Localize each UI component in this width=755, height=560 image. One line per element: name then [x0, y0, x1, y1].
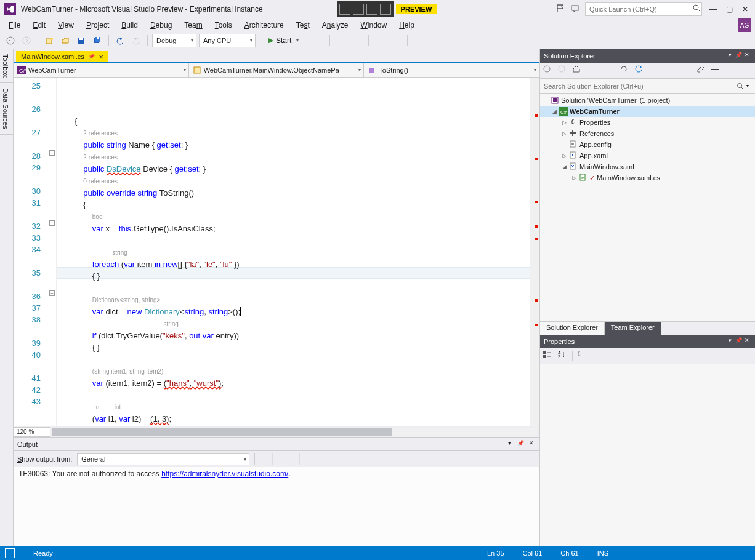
wrench-icon[interactable] [575, 350, 587, 362]
lvt-icon[interactable] [353, 4, 364, 15]
se-back-icon[interactable] [543, 65, 555, 77]
tree-project-node[interactable]: ◢ C# WebCamTurner [540, 106, 755, 117]
solution-explorer-tree[interactable]: Solution 'WebCamTurner' (1 project) ◢ C#… [540, 94, 755, 321]
panel-close-icon[interactable]: ✕ [743, 337, 751, 346]
tb-icon[interactable] [412, 34, 426, 47]
code-text[interactable]: { 2 references public string Name { get;… [57, 78, 530, 426]
lvt-icon[interactable] [339, 4, 350, 15]
solution-config-dropdown[interactable]: Debug [152, 34, 196, 47]
menu-file[interactable]: File [4, 20, 25, 31]
panel-pin-icon[interactable]: 📌 [734, 337, 743, 346]
lvt-icon[interactable] [380, 4, 391, 15]
panel-dropdown-icon[interactable]: ▾ [725, 337, 734, 346]
undo-button[interactable] [113, 34, 127, 47]
user-avatar[interactable]: AG [738, 18, 751, 32]
nav-namespace-dropdown[interactable]: C# WebCamTurner [14, 63, 189, 77]
tree-item[interactable]: ▷Properties [540, 117, 755, 128]
se-tb-icon[interactable] [587, 65, 599, 77]
start-debug-button[interactable]: ▶Start▾ [265, 34, 302, 47]
new-project-button[interactable] [42, 34, 56, 47]
se-tb-icon[interactable] [649, 65, 661, 77]
close-button[interactable]: ✕ [739, 3, 751, 15]
code-editor[interactable]: 25 26 27 28 29 30 31 32 33 34 35 36 37 3… [14, 78, 539, 426]
tree-item[interactable]: ▷References [540, 128, 755, 139]
save-button[interactable] [75, 34, 88, 47]
menu-view[interactable]: View [53, 20, 79, 31]
tree-item[interactable]: App.config [540, 139, 755, 150]
panel-close-icon[interactable]: ✕ [743, 52, 751, 60]
chevron-down-icon[interactable]: ▾ [746, 79, 755, 93]
output-link[interactable]: https://admiralsnyder.visualstudio.com/ [161, 470, 288, 478]
se-refresh-icon[interactable] [634, 65, 647, 77]
menu-edit[interactable]: Edit [28, 20, 50, 31]
notifications-flag-icon[interactable] [555, 4, 567, 15]
output-source-dropdown[interactable]: General [77, 453, 249, 465]
panel-pin-icon[interactable]: 📌 [516, 440, 525, 449]
step-icon[interactable] [312, 34, 325, 47]
live-visual-tree-toolbar[interactable] [337, 1, 394, 17]
tree-item[interactable]: ▷c#✓MainWindow.xaml.cs [540, 172, 755, 183]
se-tb-icon[interactable] [664, 65, 676, 77]
quick-launch-input[interactable] [585, 2, 702, 16]
tb-icon[interactable] [460, 34, 474, 47]
menu-analyze[interactable]: Analyze [317, 20, 353, 31]
se-tb-icon[interactable] [605, 65, 617, 77]
se-tb-icon[interactable]: — [711, 65, 724, 77]
feedback-icon[interactable] [570, 4, 581, 15]
menu-project[interactable]: Project [81, 20, 114, 31]
zoom-dropdown[interactable]: 120 % [14, 427, 50, 437]
document-tab[interactable]: MainWindow.xaml.cs 📌 ✕ [16, 51, 108, 62]
output-tb-icon[interactable] [259, 453, 271, 465]
tb-icon[interactable] [428, 34, 442, 47]
props-categorized-icon[interactable] [543, 350, 555, 362]
maximize-button[interactable]: ▢ [723, 3, 735, 15]
output-tb-icon[interactable] [299, 453, 312, 465]
toolbox-tab[interactable]: Toolbox [0, 49, 13, 83]
tb-icon[interactable] [334, 34, 348, 47]
open-file-button[interactable] [59, 34, 72, 47]
data-sources-tab[interactable]: Data Sources [0, 83, 13, 135]
panel-close-icon[interactable]: ✕ [527, 440, 536, 449]
status-icon[interactable] [5, 548, 15, 558]
se-fwd-icon[interactable] [557, 65, 570, 77]
output-tb-icon[interactable] [286, 453, 298, 465]
menu-architecture[interactable]: Architecture [240, 20, 289, 31]
se-sync-icon[interactable] [620, 65, 632, 77]
redo-button[interactable] [129, 34, 143, 47]
outlining-margin[interactable]: − − − [48, 78, 57, 426]
tree-solution-node[interactable]: Solution 'WebCamTurner' (1 project) [540, 95, 755, 106]
tb-icon[interactable] [444, 34, 458, 47]
se-tb-icon[interactable] [682, 65, 694, 77]
menu-debug[interactable]: Debug [145, 20, 177, 31]
menu-test[interactable]: Test [291, 20, 315, 31]
se-home-icon[interactable] [572, 65, 584, 77]
menu-build[interactable]: Build [116, 20, 143, 31]
minimize-button[interactable]: — [707, 3, 719, 15]
se-properties-icon[interactable] [696, 65, 709, 77]
menu-tools[interactable]: Tools [210, 20, 237, 31]
tree-item[interactable]: ◢MainWindow.xaml [540, 161, 755, 172]
close-icon[interactable]: ✕ [99, 54, 103, 60]
tb-icon[interactable] [389, 34, 403, 47]
props-alpha-icon[interactable]: AZ [557, 350, 570, 362]
horizontal-scrollbar[interactable] [52, 428, 538, 436]
lvt-icon[interactable] [366, 4, 378, 15]
tab-solution-explorer[interactable]: Solution Explorer [540, 322, 605, 335]
menu-window[interactable]: Window [355, 20, 392, 31]
output-tb-icon[interactable] [272, 453, 285, 465]
vertical-scrollbar[interactable] [530, 78, 539, 426]
nav-fwd-button[interactable] [20, 34, 33, 47]
solution-platform-dropdown[interactable]: Any CPU [199, 34, 256, 47]
menu-help[interactable]: Help [394, 20, 419, 31]
nav-member-dropdown[interactable]: ToString() [364, 63, 539, 77]
tb-icon[interactable] [350, 34, 364, 47]
panel-dropdown-icon[interactable]: ▾ [725, 52, 734, 60]
solution-explorer-search-input[interactable] [540, 79, 734, 93]
properties-grid[interactable] [540, 364, 755, 560]
tree-item[interactable]: ▷App.xaml [540, 150, 755, 161]
output-tb-icon[interactable] [313, 453, 325, 465]
panel-pin-icon[interactable]: 📌 [734, 52, 743, 60]
nav-class-dropdown[interactable]: WebCamTurner.MainWindow.ObjectNamePa [189, 63, 365, 77]
nav-back-button[interactable] [4, 34, 17, 47]
save-all-button[interactable] [91, 34, 104, 47]
